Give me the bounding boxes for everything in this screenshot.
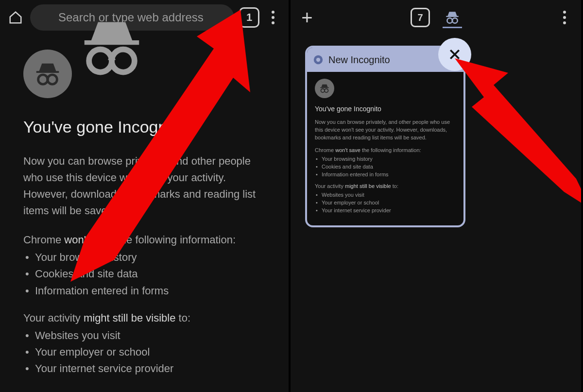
tab-card-preview: You've gone Incognito Now you can browse… xyxy=(307,72,463,225)
list-item: Your browsing history xyxy=(315,155,456,163)
more-vert-icon xyxy=(563,11,566,24)
list-item: Information entered in forms xyxy=(315,171,456,179)
page-title: You've gone Incognito xyxy=(23,118,269,136)
list-item: Your employer or school xyxy=(23,344,269,360)
preview-paragraph: Now you can browse privately, and other … xyxy=(315,119,456,142)
svg-marker-5 xyxy=(455,58,581,209)
screenshot-tab-switcher: + 7 New Incognito You've gone Incognito … xyxy=(291,0,581,392)
list-item: Cookies and site data xyxy=(23,266,269,282)
incognito-tabs-button[interactable] xyxy=(441,6,464,29)
overflow-menu-button[interactable] xyxy=(261,6,285,29)
preview-visible-intro: Your activity might still be visible to: xyxy=(315,183,456,190)
visible-intro: Your activity might still be visible to: xyxy=(23,312,269,324)
close-tab-button[interactable] xyxy=(438,38,471,71)
close-icon xyxy=(447,47,462,62)
list-item: Your internet service provider xyxy=(315,207,456,215)
list-item: Information entered in forms xyxy=(23,283,269,299)
list-item: Your browsing history xyxy=(23,249,269,266)
list-item: Your employer or school xyxy=(315,199,456,207)
visible-list: Websites you visit Your employer or scho… xyxy=(23,327,269,377)
omnibox[interactable]: Search or type web address xyxy=(30,4,234,31)
preview-wont-save-intro: Chrome won't save the following informat… xyxy=(315,147,456,154)
new-tab-button[interactable]: + xyxy=(295,6,319,29)
normal-tabs-button[interactable]: 7 xyxy=(411,8,430,27)
tab-switcher-button[interactable]: 1 xyxy=(239,7,259,28)
annotation-arrow-icon xyxy=(455,49,581,211)
incognito-info: You've gone Incognito Now you can browse… xyxy=(0,35,289,377)
tab-card[interactable]: New Incognito You've gone Incognito Now … xyxy=(305,46,465,227)
more-vert-icon xyxy=(272,11,274,24)
tab-switcher-toolbar: + 7 xyxy=(291,0,581,35)
omnibox-placeholder: Search or type web address xyxy=(58,11,204,24)
tab-count: 7 xyxy=(417,12,423,23)
preview-heading: You've gone Incognito xyxy=(315,104,456,114)
wont-save-intro: Chrome won't save the following informat… xyxy=(23,234,269,246)
list-item: Your internet service provider xyxy=(23,360,269,377)
incognito-icon xyxy=(39,11,52,24)
preview-wont-save-list: Your browsing history Cookies and site d… xyxy=(315,155,456,179)
wont-save-list: Your browsing history Cookies and site d… xyxy=(23,249,269,299)
tab-card-title: New Incognito xyxy=(328,54,390,66)
screenshot-incognito-page: Search or type web address 1 You've gone… xyxy=(0,0,291,392)
tab-count: 1 xyxy=(246,11,252,24)
list-item: Cookies and site data xyxy=(315,163,456,171)
overflow-menu-button[interactable] xyxy=(553,6,576,29)
incognito-icon xyxy=(315,79,334,98)
svg-point-4 xyxy=(316,58,320,62)
intro-paragraph: Now you can browse privately, and other … xyxy=(23,153,269,219)
preview-visible-list: Websites you visit Your employer or scho… xyxy=(315,191,456,215)
list-item: Websites you visit xyxy=(315,191,456,199)
home-button[interactable] xyxy=(4,6,27,29)
list-item: Websites you visit xyxy=(23,327,269,344)
chrome-icon xyxy=(313,54,324,65)
top-toolbar: Search or type web address 1 xyxy=(0,0,289,35)
